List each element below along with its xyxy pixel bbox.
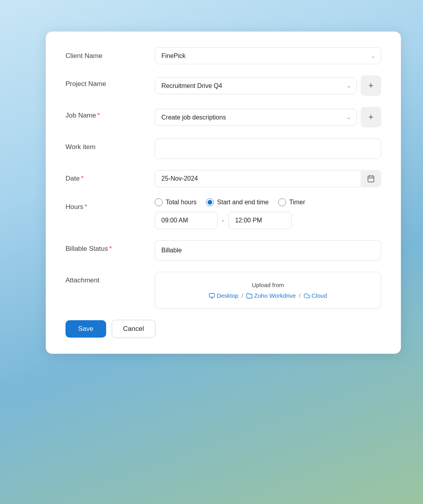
job-name-row: Job Name* Create job descriptions ⌄ +: [66, 107, 381, 127]
timer-label: Timer: [289, 199, 305, 206]
separator-2: /: [299, 293, 301, 299]
start-end-time-radio[interactable]: [206, 198, 214, 206]
required-marker: *: [84, 203, 87, 211]
client-name-control: FinePick ⌄: [155, 47, 381, 64]
work-item-input[interactable]: [155, 138, 381, 159]
monitor-icon: [209, 293, 215, 299]
save-button[interactable]: Save: [66, 320, 106, 338]
total-hours-label: Total hours: [166, 199, 197, 206]
calendar-button[interactable]: [361, 170, 381, 187]
upload-links: Desktop / Zoho Workdrive / Cloud: [161, 292, 374, 299]
job-name-select-wrapper: Create job descriptions ⌄: [155, 109, 357, 126]
project-name-select-wrapper: Recruitment Drive Q4 ⌄: [155, 77, 357, 94]
date-control: [155, 170, 381, 187]
upload-from-label: Upload from: [161, 282, 374, 288]
timer-radio[interactable]: [278, 198, 286, 206]
cloud-icon: [304, 293, 310, 299]
end-time-input[interactable]: [228, 212, 292, 229]
timer-option[interactable]: Timer: [278, 198, 305, 206]
client-name-select[interactable]: FinePick: [155, 47, 381, 64]
attachment-control: Upload from Desktop / Zoho Workdrive / C…: [155, 272, 381, 309]
upload-workdrive-link[interactable]: Zoho Workdrive: [246, 292, 296, 299]
separator-1: /: [241, 293, 243, 299]
form-card: Client Name FinePick ⌄ Project Name Recr…: [46, 32, 401, 354]
hours-radio-group: Total hours Start and end time Timer: [155, 198, 381, 206]
footer-row: Save Cancel: [66, 320, 381, 338]
start-time-input[interactable]: [155, 212, 218, 229]
work-item-label: Work item: [66, 138, 148, 151]
date-input[interactable]: [155, 170, 381, 187]
date-wrapper: [155, 170, 381, 187]
billable-status-label: Billable Status*: [66, 240, 148, 253]
hours-label: Hours*: [66, 198, 148, 211]
svg-rect-0: [368, 176, 374, 182]
attachment-row: Attachment Upload from Desktop / Zoho Wo…: [66, 272, 381, 309]
total-hours-radio[interactable]: [155, 198, 163, 206]
time-separator: -: [222, 216, 225, 225]
start-end-time-option[interactable]: Start and end time: [206, 198, 269, 206]
date-label: Date*: [66, 170, 148, 183]
attachment-label: Attachment: [66, 272, 148, 284]
add-job-button[interactable]: +: [361, 107, 381, 127]
start-end-time-label: Start and end time: [217, 199, 269, 206]
upload-cloud-link[interactable]: Cloud: [304, 292, 327, 299]
project-name-select[interactable]: Recruitment Drive Q4: [155, 77, 357, 94]
cancel-button[interactable]: Cancel: [112, 320, 155, 338]
job-name-control: Create job descriptions ⌄ +: [155, 107, 381, 127]
project-name-control: Recruitment Drive Q4 ⌄ +: [155, 75, 381, 96]
work-item-row: Work item: [66, 138, 381, 159]
svg-rect-4: [210, 293, 215, 297]
required-marker: *: [97, 112, 100, 119]
date-row: Date*: [66, 170, 381, 187]
work-item-control: [155, 138, 381, 159]
job-name-label: Job Name*: [66, 107, 148, 119]
attachment-box: Upload from Desktop / Zoho Workdrive / C…: [155, 272, 381, 309]
hours-row: Hours* Total hours Start and end time Ti…: [66, 198, 381, 229]
project-name-row: Project Name Recruitment Drive Q4 ⌄ +: [66, 75, 381, 96]
job-name-select[interactable]: Create job descriptions: [155, 109, 357, 126]
project-name-label: Project Name: [66, 75, 148, 88]
billable-status-control: [155, 240, 381, 261]
time-row: -: [155, 212, 381, 229]
client-name-select-wrapper: FinePick ⌄: [155, 47, 381, 64]
required-marker: *: [81, 175, 84, 182]
client-name-row: Client Name FinePick ⌄: [66, 47, 381, 64]
add-project-button[interactable]: +: [361, 75, 381, 96]
billable-status-row: Billable Status*: [66, 240, 381, 261]
upload-desktop-link[interactable]: Desktop: [209, 292, 238, 299]
folder-icon: [246, 293, 253, 299]
client-name-label: Client Name: [66, 47, 148, 60]
billable-status-input[interactable]: [155, 240, 381, 261]
required-marker: *: [109, 245, 112, 252]
calendar-icon: [367, 175, 375, 183]
hours-section: Total hours Start and end time Timer -: [155, 198, 381, 229]
total-hours-option[interactable]: Total hours: [155, 198, 197, 206]
